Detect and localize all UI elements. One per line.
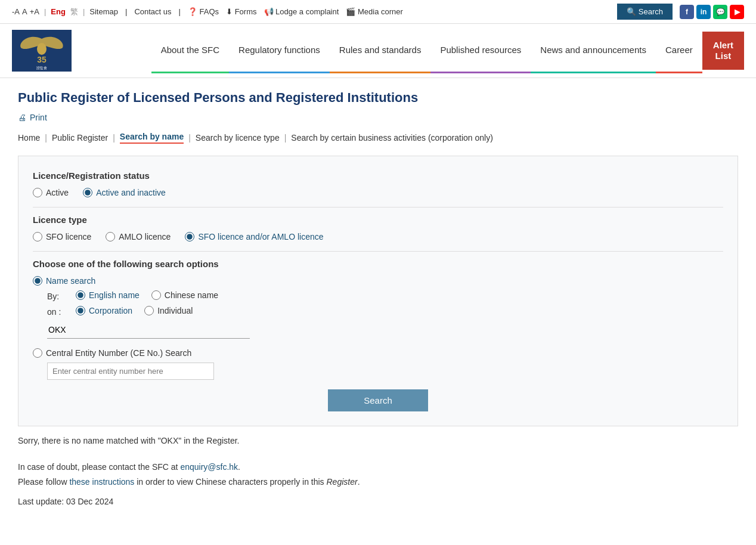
amlo-licence-option[interactable]: AMLO licence (106, 232, 171, 241)
faqs-link[interactable]: ❓ FAQs (188, 7, 219, 16)
sfo-licence-radio[interactable] (33, 232, 42, 241)
search-options: Name search By: English name Chinese nam (33, 276, 723, 380)
corporation-option[interactable]: Corporation (76, 306, 132, 315)
breadcrumb-home[interactable]: Home (18, 133, 40, 143)
search-options-title: Choose one of the following search optio… (33, 259, 723, 269)
top-bar-right: 🔍 Search f in 💬 ▶ (617, 4, 744, 20)
status-active-option[interactable]: Active (33, 188, 69, 197)
wechat-icon[interactable]: 💬 (713, 5, 727, 19)
by-row: By: English name Chinese name (47, 290, 723, 301)
nav-rules[interactable]: Rules and standards (330, 28, 431, 73)
chinese-name-option[interactable]: Chinese name (151, 290, 218, 300)
name-search-radio[interactable] (33, 276, 42, 286)
sfo-licence-option[interactable]: SFO licence (33, 232, 91, 241)
main-content: Public Register of Licensed Persons and … (0, 78, 756, 530)
sitemap-link[interactable]: Sitemap (89, 7, 118, 16)
instructions-suffix: in order to view Chinese characters prop… (134, 477, 326, 487)
divider-1 (33, 207, 723, 208)
contact-suffix: . (238, 462, 240, 472)
name-type-options: English name Chinese name (76, 290, 218, 300)
register-label: Register (327, 477, 358, 487)
on-label: on : (47, 306, 71, 317)
header: 35 證監會 About the SFC Regulatory function… (0, 24, 756, 78)
svg-text:35: 35 (37, 55, 47, 64)
forms-link[interactable]: ⬇ Forms (226, 7, 256, 16)
name-search-input[interactable] (47, 321, 250, 339)
ce-search-option[interactable]: Central Entity Number (CE No.) Search (33, 348, 191, 358)
licence-status-title: Licence/Registration status (33, 171, 723, 181)
sub-options: By: English name Chinese name (33, 290, 723, 339)
alert-list-button[interactable]: AlertList (702, 32, 744, 70)
name-search-option[interactable]: Name search (33, 276, 95, 286)
individual-radio[interactable] (144, 306, 154, 315)
ce-search-radio[interactable] (33, 348, 42, 358)
on-row: on : Corporation Individual (47, 306, 723, 317)
sfo-amlo-licence-radio[interactable] (185, 232, 194, 241)
licence-type-title: Licence type (33, 215, 723, 225)
corporation-radio[interactable] (76, 306, 85, 315)
ce-search-row: Central Entity Number (CE No.) Search (33, 348, 723, 358)
font-increase[interactable]: +A (30, 7, 39, 16)
top-search-button[interactable]: 🔍 Search (617, 4, 673, 20)
on-type-options: Corporation Individual (76, 306, 193, 315)
breadcrumb-public-register[interactable]: Public Register (52, 133, 108, 143)
search-submit-button[interactable]: Search (328, 389, 428, 411)
complaint-link[interactable]: 📢 Lodge a complaint (264, 7, 339, 16)
licence-status-options: Active Active and inactive (33, 188, 723, 197)
top-bar: -A A +A | Eng 繁 | Sitemap | Contact us |… (0, 0, 756, 24)
breadcrumb-search-by-licence[interactable]: Search by licence type (196, 133, 280, 143)
svg-text:證監會: 證監會 (36, 66, 47, 70)
font-size-controls: -A A +A (12, 7, 39, 16)
ce-number-input[interactable] (47, 363, 214, 380)
contact-section: In case of doubt, please contact the SFC… (18, 460, 738, 490)
print-icon: 🖨 (18, 113, 26, 122)
logo-area: 35 證監會 (12, 24, 72, 78)
breadcrumb: Home | Public Register | Search by name … (18, 132, 738, 144)
nav-news[interactable]: News and announcements (531, 28, 656, 73)
name-search-row: Name search (33, 276, 723, 286)
main-nav: About the SFC Regulatory functions Rules… (151, 28, 744, 73)
english-name-radio[interactable] (76, 290, 85, 300)
top-bar-links: Sitemap | Contact us | ❓ FAQs ⬇ Forms 📢 … (89, 7, 403, 16)
search-button-row: Search (33, 389, 723, 411)
result-message: Sorry, there is no name matched with "OK… (18, 436, 738, 445)
last-update: Last update: 03 Dec 2024 (18, 497, 738, 506)
by-label: By: (47, 290, 71, 301)
chinese-name-radio[interactable] (151, 290, 161, 300)
sfo-amlo-licence-option[interactable]: SFO licence and/or AMLO licence (185, 232, 323, 241)
print-link[interactable]: 🖨 Print (18, 113, 738, 122)
instructions-link[interactable]: these instructions (69, 477, 134, 487)
nav-about[interactable]: About the SFC (151, 28, 229, 73)
sfc-logo: 35 證監會 (12, 30, 72, 72)
status-active-radio[interactable] (33, 188, 42, 197)
page-title: Public Register of Licensed Persons and … (18, 90, 738, 106)
licence-type-options: SFO licence AMLO licence SFO licence and… (33, 232, 723, 241)
contact-link[interactable]: Contact us (134, 7, 171, 16)
instructions-prefix: Please follow (18, 477, 69, 487)
nav-career[interactable]: Career (656, 28, 702, 73)
font-decrease[interactable]: -A (12, 7, 20, 16)
facebook-icon[interactable]: f (680, 5, 694, 19)
linkedin-icon[interactable]: in (696, 5, 711, 19)
status-active-inactive-radio[interactable] (83, 188, 92, 197)
breadcrumb-search-by-name[interactable]: Search by name (120, 132, 184, 144)
social-icons: f in 💬 ▶ (680, 5, 744, 19)
individual-option[interactable]: Individual (144, 306, 193, 315)
font-normal[interactable]: A (22, 7, 27, 16)
media-link[interactable]: 🎬 Media corner (346, 7, 402, 16)
nav-published[interactable]: Published resources (430, 28, 531, 73)
youtube-icon[interactable]: ▶ (730, 5, 744, 19)
breadcrumb-search-by-business[interactable]: Search by certain business activities (c… (291, 133, 493, 143)
nav-regulatory[interactable]: Regulatory functions (229, 28, 330, 73)
amlo-licence-radio[interactable] (106, 232, 115, 241)
english-name-option[interactable]: English name (76, 290, 140, 300)
contact-email[interactable]: enquiry@sfc.hk (180, 462, 238, 472)
status-active-inactive-option[interactable]: Active and inactive (83, 188, 166, 197)
top-bar-left: -A A +A | Eng 繁 | Sitemap | Contact us |… (12, 7, 403, 17)
lang-eng[interactable]: Eng (51, 7, 66, 16)
contact-prefix: In case of doubt, please contact the SFC… (18, 462, 180, 472)
ce-input-container (33, 363, 723, 380)
svg-point-1 (37, 43, 47, 55)
divider-2 (33, 251, 723, 252)
search-form-box: Licence/Registration status Active Activ… (18, 156, 738, 426)
